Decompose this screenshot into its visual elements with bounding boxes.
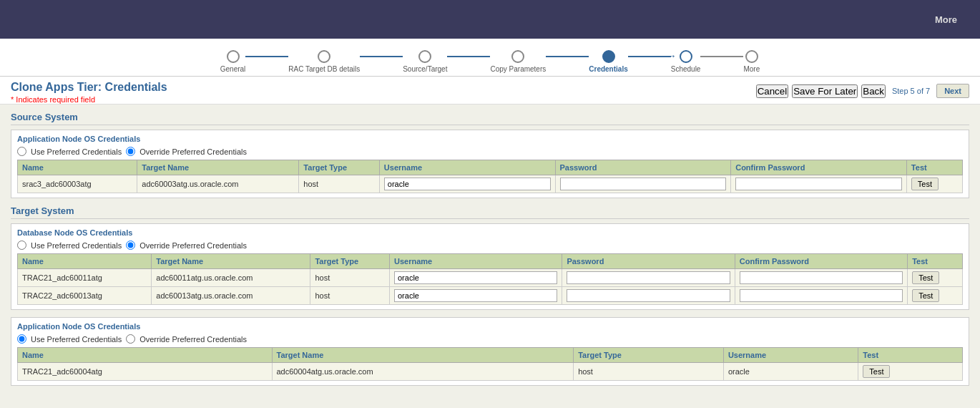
target-app-col-target-type: Target Type <box>574 348 724 363</box>
target-db-row1-target-type: host <box>310 269 390 287</box>
wizard-step-credentials[interactable]: Credentials <box>589 50 627 73</box>
target-db-row2-password <box>562 287 735 305</box>
bottom-action-bar: Cancel Save For Later Back Step 5 of 7 N… <box>0 404 980 408</box>
step-circle-copy <box>511 50 524 63</box>
wizard-step-source[interactable]: Source/Target <box>403 50 447 73</box>
source-row1-confirm <box>731 175 907 193</box>
source-col-target-type: Target Type <box>299 160 379 175</box>
target-db-use-radio[interactable] <box>17 241 26 250</box>
more-nav-item[interactable]: More <box>926 14 966 25</box>
required-note: * Indicates required field <box>11 95 167 104</box>
target-app-radio-row: Use Preferred Credentials Override Prefe… <box>17 334 963 344</box>
connector-4 <box>546 56 589 57</box>
source-app-node-section: Application Node OS Credentials Use Pref… <box>11 130 969 198</box>
target-db-row2-test: Test <box>908 287 963 305</box>
target-db-row1-password <box>562 269 735 287</box>
target-db-override-label: Override Preferred Credentials <box>139 241 247 250</box>
target-db-row2-username <box>389 287 562 305</box>
target-db-col-confirm: Confirm Password <box>735 254 907 269</box>
target-db-password2-input[interactable] <box>567 289 730 302</box>
target-db-password1-input[interactable] <box>567 271 730 284</box>
wizard-steps: General RAC Target DB details Source/Tar… <box>0 44 980 73</box>
wizard-step-schedule[interactable]: Schedule <box>671 50 701 73</box>
target-app-use-radio[interactable] <box>17 334 26 344</box>
save-for-later-button[interactable]: Save For Later <box>792 84 858 98</box>
source-use-preferred-radio[interactable] <box>17 147 26 156</box>
table-row: TRAC21_adc60004atg adc60004atg.us.oracle… <box>18 363 963 381</box>
target-app-use-label: Use Preferred Credentials <box>31 335 122 344</box>
wizard-bar: General RAC Target DB details Source/Tar… <box>0 39 980 77</box>
target-db-test1-button[interactable]: Test <box>912 271 939 284</box>
step-circle-rac <box>318 50 330 63</box>
source-username-input[interactable] <box>384 178 551 190</box>
target-db-col-password: Password <box>562 254 735 269</box>
connector-3 <box>447 56 490 57</box>
step-circle-schedule <box>680 50 692 63</box>
source-use-preferred-label: Use Preferred Credentials <box>31 147 122 156</box>
step-label-copy: Copy Parameters <box>490 65 546 73</box>
source-col-name: Name <box>18 160 137 175</box>
target-db-override-radio[interactable] <box>126 241 135 250</box>
target-app-col-name: Name <box>18 348 273 363</box>
target-app-row1-target-type: host <box>574 363 724 381</box>
target-db-row2-name: TRAC22_adc60013atg <box>18 287 152 305</box>
target-db-test2-button[interactable]: Test <box>912 289 939 302</box>
target-app-test1-button[interactable]: Test <box>863 365 890 378</box>
step-circle-credentials <box>602 50 615 63</box>
target-system-title: Target System <box>11 205 969 219</box>
next-button[interactable]: Next <box>936 84 969 98</box>
step-label-source: Source/Target <box>403 65 447 73</box>
source-confirm-input[interactable] <box>735 178 902 190</box>
target-db-row1-username <box>389 269 562 287</box>
wizard-step-rac[interactable]: RAC Target DB details <box>288 50 360 73</box>
target-db-col-name: Name <box>18 254 152 269</box>
source-row1-target-name: adc60003atg.us.oracle.com <box>137 175 299 193</box>
source-col-password: Password <box>555 160 731 175</box>
source-row1-username <box>379 175 555 193</box>
target-app-row1-target-name: adc60004atg.us.oracle.com <box>272 363 574 381</box>
step-label-more: More <box>743 65 760 73</box>
target-db-row1-name: TRAC21_adc60011atg <box>18 269 152 287</box>
target-db-confirm2-input[interactable] <box>740 289 903 302</box>
target-db-radio-row: Use Preferred Credentials Override Prefe… <box>17 241 963 250</box>
source-test-button[interactable]: Test <box>911 178 939 190</box>
target-db-node-section: Database Node OS Credentials Use Preferr… <box>11 223 969 310</box>
source-radio-row: Use Preferred Credentials Override Prefe… <box>17 147 963 156</box>
target-app-override-label: Override Preferred Credentials <box>139 335 247 344</box>
target-db-row1-confirm <box>735 269 907 287</box>
connector-1 <box>245 56 288 57</box>
wizard-step-more[interactable]: More <box>743 50 760 73</box>
step-label-schedule: Schedule <box>671 65 701 73</box>
target-db-row1-target-name: adc60011atg.us.oracle.com <box>152 269 310 287</box>
page-title: Clone Apps Tier: Credentials <box>11 81 167 94</box>
target-db-credentials-table: Name Target Name Target Type Username Pa… <box>17 253 963 305</box>
source-col-username: Username <box>379 160 555 175</box>
source-app-node-title: Application Node OS Credentials <box>17 135 963 143</box>
target-db-col-target-type: Target Type <box>310 254 390 269</box>
target-app-override-radio[interactable] <box>126 334 135 344</box>
wizard-step-general[interactable]: General <box>220 50 246 73</box>
target-db-row2-confirm <box>735 287 907 305</box>
cancel-button[interactable]: Cancel <box>756 84 789 98</box>
target-db-username2-input[interactable] <box>394 289 557 302</box>
source-override-radio[interactable] <box>126 147 135 156</box>
target-db-username1-input[interactable] <box>394 271 557 284</box>
table-row: TRAC22_adc60013atg adc60013atg.us.oracle… <box>18 287 963 305</box>
connector-2 <box>360 56 403 57</box>
step-label-general: General <box>220 65 246 73</box>
main-content: Source System Application Node OS Creden… <box>0 105 980 400</box>
page-header-area: Clone Apps Tier: Credentials * Indicates… <box>0 77 980 105</box>
step-circle-general <box>227 50 240 63</box>
target-db-row2-target-name: adc60013atg.us.oracle.com <box>152 287 310 305</box>
source-password-input[interactable] <box>560 178 727 190</box>
source-credentials-table: Name Target Name Target Type Username Pa… <box>17 160 963 193</box>
wizard-step-copy[interactable]: Copy Parameters <box>490 50 546 73</box>
source-col-test: Test <box>906 160 962 175</box>
target-db-row1-test: Test <box>908 269 963 287</box>
target-app-col-username: Username <box>723 348 858 363</box>
back-button[interactable]: Back <box>861 84 886 98</box>
table-row: TRAC21_adc60011atg adc60011atg.us.oracle… <box>18 269 963 287</box>
step-info: Step 5 of 7 <box>892 87 930 95</box>
source-col-confirm: Confirm Password <box>731 160 907 175</box>
target-db-confirm1-input[interactable] <box>740 271 903 284</box>
